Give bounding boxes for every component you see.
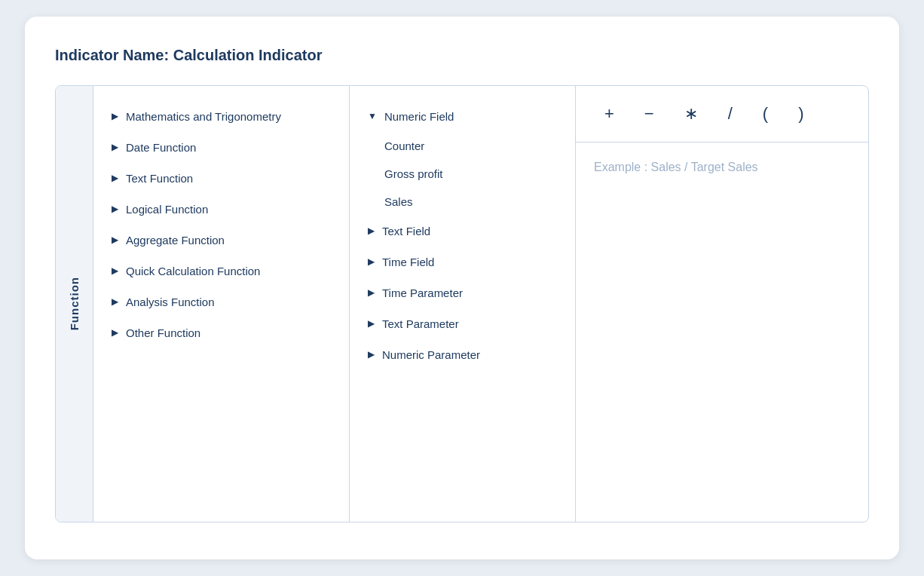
arrow-icon: ▶ <box>112 327 118 338</box>
expression-column: +−∗/() Example : Sales / Target Sales <box>576 86 868 522</box>
expression-area[interactable]: Example : Sales / Target Sales <box>576 142 868 522</box>
field-item-text-field[interactable]: ▶Text Field <box>357 216 568 247</box>
field-subitem-gross-profit[interactable]: Gross profit <box>357 160 568 188</box>
arrow-icon: ▶ <box>112 234 118 245</box>
function-item-analysis[interactable]: ▶Analysis Function <box>101 286 341 317</box>
main-panel: Function ▶Mathematics and Trigonometry▶D… <box>55 85 869 522</box>
operator-button-+[interactable]: + <box>598 101 620 127</box>
function-item-math[interactable]: ▶Mathematics and Trigonometry <box>101 101 341 132</box>
function-item-logical[interactable]: ▶Logical Function <box>101 194 341 225</box>
arrow-icon: ▶ <box>112 142 118 152</box>
function-label: Other Function <box>126 325 200 341</box>
function-item-aggregate[interactable]: ▶Aggregate Function <box>101 225 341 256</box>
arrow-icon: ▶ <box>368 287 375 298</box>
expression-placeholder: Example : Sales / Target Sales <box>594 161 758 173</box>
field-label: Numeric Field <box>384 109 454 124</box>
field-item-numeric[interactable]: ▼Numeric Field <box>357 101 568 132</box>
function-label: Text Function <box>126 170 193 186</box>
field-label: Time Parameter <box>382 285 463 301</box>
field-item-numeric-param[interactable]: ▶Numeric Parameter <box>357 339 568 370</box>
function-item-quick[interactable]: ▶Quick Calculation Function <box>101 256 341 286</box>
vertical-label-col: Function <box>56 86 93 522</box>
field-label: Time Field <box>382 254 434 270</box>
field-label: Numeric Parameter <box>382 347 480 363</box>
arrow-icon: ▶ <box>112 296 118 307</box>
function-column: ▶Mathematics and Trigonometry▶Date Funct… <box>93 86 350 522</box>
page-title: Indicator Name: Calculation Indicator <box>55 47 869 64</box>
arrow-icon: ▼ <box>368 111 377 121</box>
function-vertical-label: Function <box>68 277 81 330</box>
arrow-icon: ▶ <box>368 256 375 267</box>
function-item-other[interactable]: ▶Other Function <box>101 317 341 348</box>
arrow-icon: ▶ <box>112 265 118 276</box>
function-item-text[interactable]: ▶Text Function <box>101 163 341 194</box>
field-item-time-field[interactable]: ▶Time Field <box>357 247 568 277</box>
arrow-icon: ▶ <box>368 318 375 329</box>
arrow-icon: ▶ <box>112 111 118 121</box>
arrow-icon: ▶ <box>368 349 375 360</box>
field-subitem-sales[interactable]: Sales <box>357 188 568 216</box>
operators-row: +−∗/() <box>576 86 868 142</box>
arrow-icon: ▶ <box>368 225 375 236</box>
function-item-date[interactable]: ▶Date Function <box>101 132 341 163</box>
function-label: Logical Function <box>126 201 208 217</box>
arrow-icon: ▶ <box>112 173 118 183</box>
operator-button-/[interactable]: / <box>722 101 739 127</box>
operator-button-)[interactable]: ) <box>792 101 809 127</box>
arrow-icon: ▶ <box>112 204 118 214</box>
operator-button-−[interactable]: − <box>638 101 660 127</box>
field-item-time-param[interactable]: ▶Time Parameter <box>357 277 568 308</box>
function-label: Date Function <box>126 139 196 155</box>
operator-button-([interactable]: ( <box>757 101 774 127</box>
field-item-text-param[interactable]: ▶Text Parameter <box>357 308 568 339</box>
operator-button-∗[interactable]: ∗ <box>678 101 704 127</box>
field-column: ▼Numeric FieldCounterGross profitSales▶T… <box>350 86 576 522</box>
function-label: Mathematics and Trigonometry <box>126 109 281 124</box>
function-label: Quick Calculation Function <box>126 263 260 279</box>
field-subitem-counter[interactable]: Counter <box>357 132 568 160</box>
field-label: Text Field <box>382 223 430 239</box>
main-card: Indicator Name: Calculation Indicator Fu… <box>25 17 899 559</box>
function-label: Analysis Function <box>126 294 215 310</box>
function-label: Aggregate Function <box>126 232 225 248</box>
field-label: Text Parameter <box>382 316 459 332</box>
